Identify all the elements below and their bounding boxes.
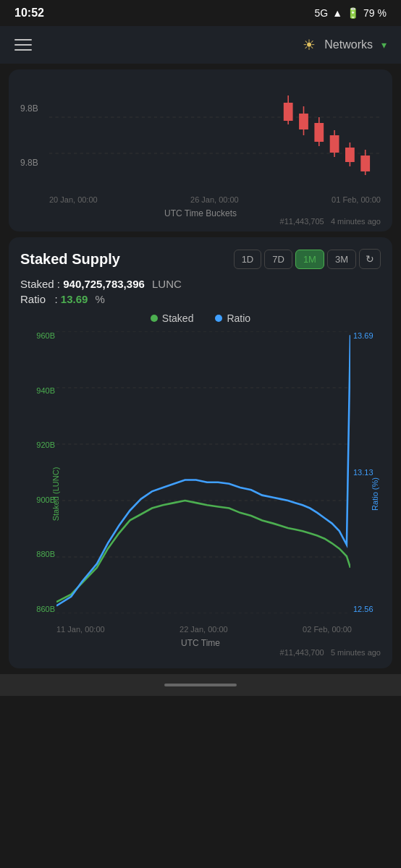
y-left-4: 880B — [20, 550, 55, 558]
time-btn-3m[interactable]: 3M — [327, 250, 356, 269]
time-btn-1d[interactable]: 1D — [234, 250, 262, 269]
svg-rect-5 — [299, 114, 308, 129]
legend-staked: Staked — [151, 312, 194, 324]
top-block-number: #11,443,705 — [280, 217, 324, 226]
top-time-ago: 4 minutes ago — [331, 217, 381, 226]
staked-stat-line: Staked : 940,725,783,396 LUNC — [20, 278, 381, 290]
battery-percent: 79 % — [363, 7, 387, 19]
top-chart-card: 9.8B 9.8B — [9, 69, 392, 231]
staked-line — [56, 501, 350, 602]
svg-rect-13 — [360, 156, 370, 171]
bottom-bar — [0, 674, 401, 696]
staked-block-info: #11,443,700 5 minutes ago — [280, 648, 381, 657]
status-bar: 10:52 5G ▲ 🔋 79 % — [0, 0, 401, 26]
signal-bars-icon: ▲ — [332, 7, 342, 19]
staked-time-ago: 5 minutes ago — [331, 648, 381, 657]
hamburger-line-3 — [14, 49, 32, 51]
x-bottom-2: 02 Feb, 00:00 — [303, 625, 352, 634]
top-nav: ☀ Networks ▾ — [0, 26, 401, 64]
top-chart-area: 9.8B 9.8B — [20, 81, 381, 226]
networks-label: Networks — [324, 38, 373, 51]
legend-ratio: Ratio — [215, 312, 250, 324]
y-left-1: 940B — [20, 386, 55, 395]
y-label-top: 9.8B — [20, 103, 38, 114]
staked-supply-chart-container: 960B 940B 920B 900B 880B 860B Staked (LU… — [20, 331, 381, 657]
y-right-0: 13.69 — [353, 331, 381, 340]
refresh-button[interactable]: ↻ — [359, 249, 381, 269]
staked-value: 940,725,783,396 — [63, 278, 145, 290]
svg-rect-11 — [345, 148, 355, 162]
networks-chevron-icon[interactable]: ▾ — [381, 39, 387, 51]
time-btn-7d[interactable]: 7D — [264, 250, 292, 269]
y-right-2: 12.56 — [353, 605, 381, 613]
top-chart-x-labels: 20 Jan, 00:00 26 Jan, 00:00 01 Feb, 00:0… — [49, 195, 381, 204]
hamburger-line-1 — [14, 39, 32, 41]
top-chart-y-axis: 9.8B 9.8B — [20, 81, 38, 190]
time-btn-1m[interactable]: 1M — [295, 250, 324, 269]
y-right-1: 13.13 — [353, 468, 381, 477]
x-axis-title-bottom: UTC Time — [20, 638, 381, 648]
staked-dot — [151, 315, 158, 322]
ratio-value: 13.69 — [61, 293, 88, 305]
status-time: 10:52 — [14, 7, 44, 20]
ratio-line — [56, 335, 350, 605]
ratio-stat-line: Ratio : 13.69 % — [20, 293, 381, 305]
y-left-0: 960B — [20, 331, 55, 340]
staked-supply-header: Staked Supply 1D 7D 1M 3M ↻ — [20, 249, 381, 269]
staked-label: Staked : — [20, 278, 63, 290]
x-label-2: 26 Jan, 00:00 — [190, 195, 239, 204]
home-indicator — [164, 684, 237, 686]
staked-supply-title: Staked Supply — [20, 251, 120, 268]
y-label-bottom: 9.8B — [20, 158, 38, 168]
staked-block-number: #11,443,700 — [280, 648, 324, 657]
staked-supply-svg — [56, 331, 350, 613]
y-left-3: 900B — [20, 495, 55, 504]
legend-ratio-label: Ratio — [227, 312, 250, 324]
svg-rect-7 — [314, 123, 324, 142]
legend-staked-label: Staked — [162, 312, 194, 324]
chart-legend: Staked Ratio — [20, 312, 381, 324]
time-period-buttons: 1D 7D 1M 3M ↻ — [234, 249, 381, 269]
y-axis-left: 960B 940B 920B 900B 880B 860B — [20, 331, 55, 613]
theme-toggle-icon[interactable]: ☀ — [303, 36, 316, 54]
svg-rect-3 — [284, 103, 293, 121]
x-bottom-1: 22 Jan, 00:00 — [180, 625, 228, 634]
nav-right: ☀ Networks ▾ — [303, 36, 387, 54]
y-axis-right: 13.69 13.13 12.56 — [353, 331, 381, 613]
svg-rect-9 — [330, 135, 339, 153]
candlestick-svg — [49, 81, 381, 190]
staked-supply-card: Staked Supply 1D 7D 1M 3M ↻ Staked : 940… — [9, 237, 392, 668]
x-label-1: 20 Jan, 00:00 — [49, 195, 98, 204]
y-axis-right-title: Ratio (%) — [371, 477, 379, 511]
staked-unit: LUNC — [152, 278, 182, 290]
y-left-2: 920B — [20, 441, 55, 449]
ratio-dot — [215, 315, 222, 322]
hamburger-menu[interactable] — [14, 39, 32, 51]
candlestick-chart — [49, 81, 381, 190]
top-chart-block-info: #11,443,705 4 minutes ago — [280, 217, 381, 226]
signal-icon: 5G — [315, 7, 329, 19]
battery-icon: 🔋 — [347, 7, 359, 19]
ratio-unit: % — [96, 293, 105, 305]
status-icons: 5G ▲ 🔋 79 % — [315, 7, 387, 19]
x-bottom-0: 11 Jan, 00:00 — [56, 625, 105, 634]
hamburger-line-2 — [14, 44, 32, 46]
x-label-3: 01 Feb, 00:00 — [332, 195, 381, 204]
y-left-5: 860B — [20, 605, 55, 613]
ratio-label: Ratio : — [20, 293, 61, 305]
stats-block: Staked : 940,725,783,396 LUNC Ratio : 13… — [20, 278, 381, 305]
x-axis-labels-bottom: 11 Jan, 00:00 22 Jan, 00:00 02 Feb, 00:0… — [56, 625, 352, 634]
